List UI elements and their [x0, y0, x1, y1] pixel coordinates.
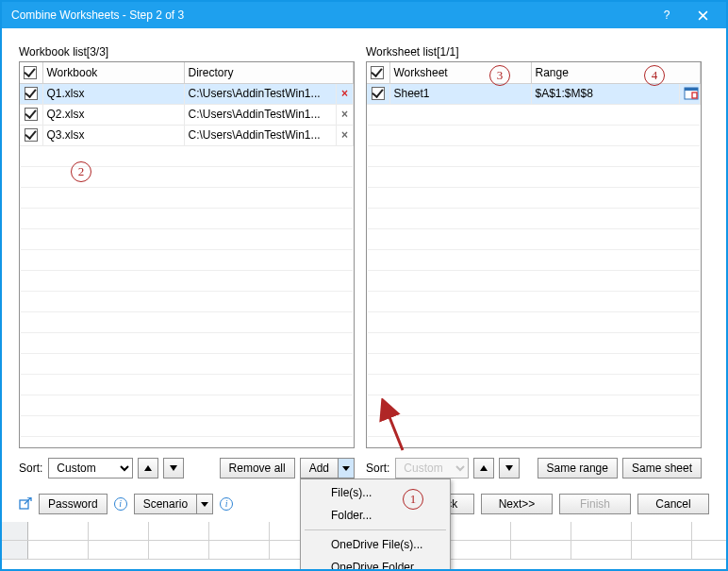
- cancel-button[interactable]: Cancel: [637, 494, 709, 514]
- range-col-header[interactable]: Range: [531, 62, 701, 83]
- workbook-list-title: Workbook list[3/3]: [19, 45, 355, 59]
- caret-down-icon: [201, 502, 208, 507]
- workbook-header-checkbox[interactable]: [24, 66, 37, 79]
- directory-col-header[interactable]: Directory: [184, 62, 354, 83]
- workbook-name: Q3.xlsx: [42, 125, 184, 145]
- same-sheet-button[interactable]: Same sheet: [622, 458, 702, 479]
- add-split-button[interactable]: Add: [300, 458, 355, 479]
- row-checkbox[interactable]: [25, 87, 38, 100]
- title-bar: Combine Worksheets - Step 2 of 3 ?: [2, 2, 726, 28]
- wb-sort-label: Sort:: [19, 462, 43, 475]
- workbook-name: Q2.xlsx: [42, 104, 184, 125]
- workbook-dir: C:\Users\AddinTestWin1...: [184, 125, 336, 145]
- remove-all-button[interactable]: Remove all: [220, 458, 295, 479]
- scenario-button-label[interactable]: Scenario: [135, 495, 197, 513]
- chevron-up-icon: [144, 465, 152, 471]
- chevron-down-icon: [170, 465, 177, 471]
- row-checkbox[interactable]: [25, 128, 38, 142]
- add-dropdown-toggle[interactable]: [339, 459, 354, 478]
- close-button[interactable]: [685, 2, 720, 28]
- menu-item-files[interactable]: File(s)...: [303, 481, 448, 504]
- worksheet-col-header[interactable]: Worksheet: [389, 62, 531, 83]
- menu-item-onedrive-folder[interactable]: OneDrive Folder...: [303, 556, 448, 571]
- row-checkbox[interactable]: [372, 87, 385, 100]
- workbook-grid[interactable]: Workbook Directory Q1.xlsxC:\Users\Addin…: [19, 61, 355, 448]
- table-row[interactable]: Q3.xlsxC:\Users\AddinTestWin1...×: [20, 125, 354, 145]
- menu-item-folder[interactable]: Folder...: [303, 504, 448, 527]
- workbook-col-header[interactable]: Workbook: [42, 62, 184, 83]
- password-button[interactable]: Password: [39, 494, 108, 514]
- next-button[interactable]: Next>>: [481, 494, 553, 514]
- workbook-header-row: Workbook Directory: [20, 62, 354, 83]
- svg-rect-1: [685, 88, 698, 91]
- menu-item-onedrive-files[interactable]: OneDrive File(s)...: [303, 533, 448, 556]
- remove-row-icon[interactable]: ×: [336, 125, 353, 145]
- remove-row-icon[interactable]: ×: [336, 104, 353, 125]
- window-title: Combine Worksheets - Step 2 of 3: [11, 8, 649, 22]
- row-checkbox[interactable]: [25, 108, 38, 121]
- worksheet-grid[interactable]: Worksheet Range Sheet1$A$1:$M$8: [366, 61, 702, 448]
- remove-row-icon[interactable]: ×: [336, 83, 353, 104]
- worksheet-header-checkbox[interactable]: [371, 66, 384, 79]
- ws-move-down-button[interactable]: [499, 458, 520, 479]
- table-row[interactable]: Sheet1$A$1:$M$8: [367, 83, 701, 104]
- worksheet-header-row: Worksheet Range: [367, 62, 701, 83]
- scenario-dropdown-toggle[interactable]: [197, 495, 212, 513]
- finish-button: Finish: [559, 494, 631, 514]
- external-link-icon[interactable]: [19, 497, 32, 511]
- info-icon[interactable]: i: [220, 497, 233, 511]
- ws-sort-select: Custom: [395, 458, 469, 479]
- worksheet-name: Sheet1: [389, 83, 531, 104]
- range-picker-icon[interactable]: [680, 83, 701, 104]
- chevron-up-icon: [480, 465, 488, 471]
- workbook-name: Q1.xlsx: [42, 83, 184, 104]
- help-button[interactable]: ?: [649, 2, 685, 28]
- wb-sort-select[interactable]: Custom: [48, 458, 133, 479]
- worksheet-range: $A$1:$M$8: [531, 83, 680, 104]
- wb-move-down-button[interactable]: [163, 458, 184, 479]
- workbook-dir: C:\Users\AddinTestWin1...: [184, 83, 336, 104]
- caret-down-icon: [342, 466, 350, 471]
- table-row[interactable]: Q2.xlsxC:\Users\AddinTestWin1...×: [20, 104, 354, 125]
- worksheet-list-title: Worksheet list[1/1]: [366, 45, 702, 59]
- info-icon[interactable]: i: [114, 497, 127, 511]
- wb-move-up-button[interactable]: [138, 458, 158, 479]
- add-button-label[interactable]: Add: [301, 459, 339, 478]
- menu-separator: [305, 529, 446, 530]
- ws-move-up-button[interactable]: [473, 458, 494, 479]
- scenario-split-button[interactable]: Scenario: [134, 494, 213, 514]
- same-range-button[interactable]: Same range: [538, 458, 618, 479]
- add-menu[interactable]: File(s)... Folder... OneDrive File(s)...…: [300, 479, 451, 571]
- chevron-down-icon: [505, 465, 513, 471]
- table-row[interactable]: Q1.xlsxC:\Users\AddinTestWin1...×: [20, 83, 354, 104]
- ws-sort-label: Sort:: [366, 462, 390, 475]
- workbook-dir: C:\Users\AddinTestWin1...: [184, 104, 336, 125]
